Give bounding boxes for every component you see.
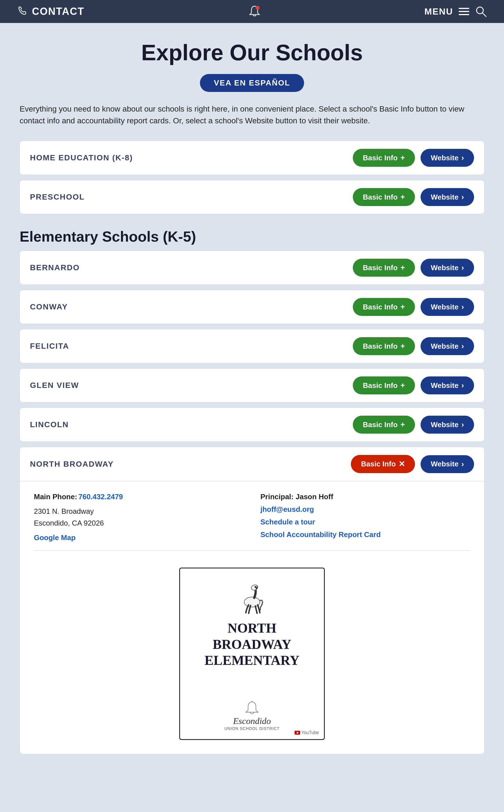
- school-buttons-conway: Basic Info + Website ›: [353, 298, 474, 316]
- school-row-conway: CONWAY Basic Info + Website ›: [20, 290, 484, 324]
- school-buttons-north-broadway: Basic Info ✕ Website ›: [351, 455, 474, 473]
- info-left: Main Phone: 760.432.2479 2301 N. Broadwa…: [34, 492, 244, 542]
- school-buttons-lincoln: Basic Info + Website ›: [353, 416, 474, 434]
- phone-row: Main Phone: 760.432.2479: [34, 492, 244, 501]
- menu-label: MENU: [424, 6, 453, 17]
- arrow-icon: ›: [461, 192, 464, 201]
- school-buttons-felicita: Basic Info + Website ›: [353, 337, 474, 355]
- section-divider: [34, 550, 470, 551]
- school-name-glen-view: GLEN VIEW: [30, 381, 79, 390]
- plus-icon: +: [400, 263, 405, 272]
- website-button-preschool[interactable]: Website ›: [421, 188, 474, 206]
- website-button-felicita[interactable]: Website ›: [421, 337, 474, 355]
- elementary-schools-list: BERNARDO Basic Info + Website › CONWAY B…: [20, 251, 484, 754]
- school-name-felicita: FELICITA: [30, 342, 69, 351]
- website-button-conway[interactable]: Website ›: [421, 298, 474, 316]
- school-row-felicita: FELICITA Basic Info + Website ›: [20, 329, 484, 363]
- svg-point-5: [255, 586, 256, 587]
- plus-icon: +: [400, 153, 405, 162]
- basic-info-button-north-broadway[interactable]: Basic Info ✕: [351, 455, 415, 473]
- plus-icon: +: [400, 381, 405, 390]
- youtube-icon: [295, 731, 300, 735]
- arrow-icon: ›: [461, 303, 464, 311]
- school-name-home-education: HOME EDUCATION (K-8): [30, 153, 133, 162]
- school-buttons-preschool: Basic Info + Website ›: [353, 188, 474, 206]
- school-row-bernardo: BERNARDO Basic Info + Website ›: [20, 251, 484, 285]
- basic-info-button-bernardo[interactable]: Basic Info +: [353, 259, 415, 277]
- video-school-name: North Broadway Elementary: [188, 620, 316, 669]
- info-right: Principal: Jason Hoff jhoff@eusd.org Sch…: [260, 492, 470, 542]
- district-name: Escondido: [233, 716, 271, 726]
- other-schools-list: HOME EDUCATION (K-8) Basic Info + Websit…: [20, 141, 484, 214]
- address-line2: Escondido, CA 92026: [34, 517, 244, 529]
- phone-icon: [17, 6, 28, 17]
- plus-icon: +: [400, 342, 405, 351]
- address-line1: 2301 N. Broadway: [34, 506, 244, 517]
- spanish-button[interactable]: VEA EN ESPAÑOL: [200, 74, 304, 92]
- north-broadway-info: Main Phone: 760.432.2479 2301 N. Broadwa…: [20, 481, 484, 754]
- schedule-tour-link[interactable]: Schedule a tour: [260, 518, 470, 526]
- plus-icon: +: [400, 303, 405, 311]
- elementary-section-title: Elementary Schools (K-5): [20, 228, 484, 245]
- horse-mascot: [235, 579, 269, 617]
- district-subtitle: UNION SCHOOL DISTRICT: [224, 726, 279, 731]
- school-buttons-home-education: Basic Info + Website ›: [353, 149, 474, 167]
- hamburger-icon: [459, 8, 469, 15]
- arrow-icon: ›: [461, 263, 464, 272]
- info-grid: Main Phone: 760.432.2479 2301 N. Broadwa…: [34, 492, 470, 542]
- basic-info-button-felicita[interactable]: Basic Info +: [353, 337, 415, 355]
- school-name-preschool: PRESCHOOL: [30, 192, 85, 201]
- school-row-glen-view: GLEN VIEW Basic Info + Website ›: [20, 368, 484, 402]
- school-row-north-broadway: NORTH BROADWAY Basic Info ✕ Website ›: [20, 447, 484, 754]
- svg-point-0: [256, 6, 260, 10]
- site-header: CONTACT MENU: [0, 0, 504, 23]
- basic-info-button-conway[interactable]: Basic Info +: [353, 298, 415, 316]
- basic-info-button-home-education[interactable]: Basic Info +: [353, 149, 415, 167]
- school-row-lincoln: LINCOLN Basic Info + Website ›: [20, 408, 484, 442]
- website-button-glen-view[interactable]: Website ›: [421, 376, 474, 394]
- bell-icon: [248, 4, 262, 18]
- website-button-bernardo[interactable]: Website ›: [421, 259, 474, 277]
- arrow-icon: ›: [461, 460, 464, 469]
- school-name-bernardo: BERNARDO: [30, 263, 80, 272]
- contact-label: CONTACT: [32, 6, 84, 17]
- school-buttons-bernardo: Basic Info + Website ›: [353, 259, 474, 277]
- basic-info-button-preschool[interactable]: Basic Info +: [353, 188, 415, 206]
- bell-nav[interactable]: [248, 4, 262, 18]
- website-button-lincoln[interactable]: Website ›: [421, 416, 474, 434]
- contact-nav[interactable]: CONTACT: [17, 6, 84, 17]
- google-map-link[interactable]: Google Map: [34, 533, 76, 542]
- plus-icon: +: [400, 420, 405, 429]
- basic-info-button-glen-view[interactable]: Basic Info +: [353, 376, 415, 394]
- page-title: Explore Our Schools: [20, 40, 484, 66]
- website-button-home-education[interactable]: Website ›: [421, 149, 474, 167]
- principal-label: Principal: Jason Hoff: [260, 492, 333, 501]
- escondido-logo: Escondido UNION SCHOOL DISTRICT: [224, 701, 279, 731]
- school-name-north-broadway: NORTH BROADWAY: [30, 460, 114, 469]
- close-icon: ✕: [398, 459, 405, 469]
- video-section: North Broadway Elementary: [34, 559, 470, 754]
- basic-info-button-lincoln[interactable]: Basic Info +: [353, 416, 415, 434]
- plus-icon: +: [400, 192, 405, 201]
- school-row-home-education: HOME EDUCATION (K-8) Basic Info + Websit…: [20, 141, 484, 175]
- phone-link[interactable]: 760.432.2479: [78, 492, 123, 501]
- video-thumbnail[interactable]: North Broadway Elementary: [179, 567, 325, 740]
- phone-label: Main Phone:: [34, 492, 77, 501]
- menu-nav[interactable]: MENU: [424, 5, 487, 18]
- page-description: Everything you need to know about our sc…: [20, 103, 468, 127]
- youtube-badge: YouTube: [295, 730, 319, 735]
- report-card-link[interactable]: School Accountability Report Card: [260, 530, 470, 539]
- principal-row: Principal: Jason Hoff: [260, 492, 470, 501]
- arrow-icon: ›: [461, 381, 464, 390]
- main-content: Explore Our Schools VEA EN ESPAÑOL Every…: [0, 23, 504, 782]
- search-icon[interactable]: [475, 5, 487, 18]
- svg-line-2: [482, 13, 486, 17]
- svg-point-6: [256, 588, 257, 588]
- address-block: 2301 N. Broadway Escondido, CA 92026: [34, 506, 244, 529]
- arrow-icon: ›: [461, 153, 464, 162]
- principal-email-link[interactable]: jhoff@eusd.org: [260, 505, 470, 514]
- school-name-lincoln: LINCOLN: [30, 420, 69, 429]
- website-button-north-broadway[interactable]: Website ›: [421, 455, 474, 473]
- school-row-preschool: PRESCHOOL Basic Info + Website ›: [20, 180, 484, 214]
- district-bell-icon: [244, 701, 260, 716]
